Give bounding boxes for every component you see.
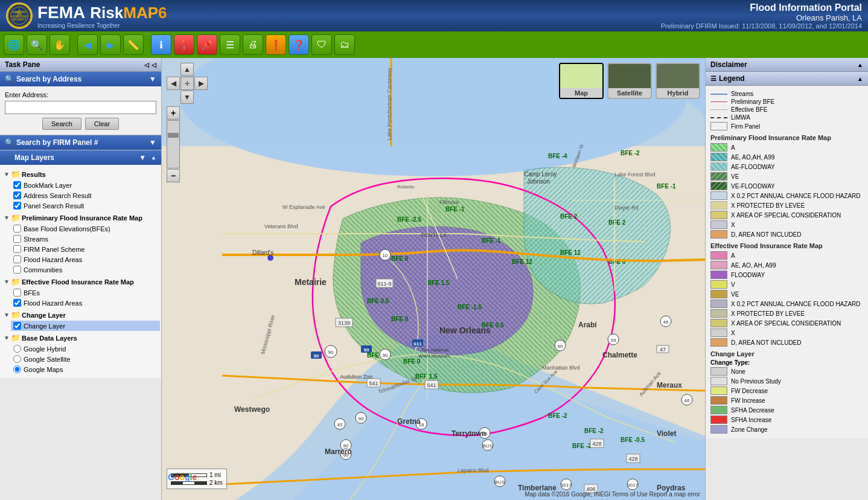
results-expand: ▼	[4, 171, 10, 178]
svg-text:90: 90	[359, 416, 364, 421]
legend-collapse[interactable]: ▲	[857, 75, 863, 82]
map-layers-scroll-up[interactable]: ▲	[151, 155, 156, 161]
search-address-header[interactable]: 🔍 Search by Address ▼	[0, 72, 161, 86]
cl-fwi-label: FW Increase	[731, 397, 765, 404]
pan-button[interactable]: ✋	[49, 34, 70, 55]
prelim-x02-label: X 0.2 PCT ANNUAL CHANCE FLOOD HAZARD	[731, 193, 861, 199]
map-layers-header[interactable]: 🗂 Map Layers ▼ ▲	[0, 150, 161, 165]
nav-empty-tl	[167, 63, 180, 76]
cl-nps-item: No Previous Study	[710, 377, 863, 385]
globe-button[interactable]: 🌐	[4, 34, 24, 55]
legend-label: Legend	[719, 74, 745, 83]
back-button[interactable]: ◀	[77, 34, 98, 55]
change-layer-item[interactable]: Change Layer	[11, 321, 160, 331]
svg-text:428: 428	[592, 441, 601, 447]
change-layer-checkbox[interactable]	[13, 322, 21, 330]
alert-button[interactable]: ❗	[266, 34, 286, 55]
eff-firm-group-header[interactable]: ▼ 📁 Effective Flood Insurance Rate Map	[1, 276, 160, 287]
eff-d-swatch	[710, 338, 727, 347]
firm-panel-label: Firm Panel	[731, 123, 760, 130]
nav-right[interactable]: ▶	[194, 77, 208, 90]
bookmark-layer-item[interactable]: BookMark Layer	[11, 180, 160, 190]
change-layer-group-header[interactable]: ▼ 📁 Change Layer	[1, 309, 160, 321]
map-view-hybrid[interactable]: Hybrid	[656, 63, 700, 99]
svg-text:Manhattan Blvd: Manhattan Blvd	[542, 365, 580, 371]
google-hybrid-radio[interactable]	[13, 345, 21, 353]
forward-button[interactable]: ▶	[100, 34, 121, 55]
search-firm-header[interactable]: 🔍 Search by FIRM Panel # ▼	[0, 135, 161, 150]
svg-text:BFE -0.5: BFE -0.5	[621, 437, 645, 443]
communities-checkbox[interactable]	[13, 266, 21, 274]
pin-button[interactable]: 📍	[174, 34, 194, 55]
streams-item[interactable]: Streams	[11, 234, 160, 244]
map-view-satellite[interactable]: Satellite	[607, 63, 652, 99]
address-search-item[interactable]: Address Search Result	[11, 190, 160, 200]
eff-flood-hazard-checkbox[interactable]	[13, 299, 21, 307]
svg-text:10: 10	[383, 253, 388, 258]
cl-none-label: None	[731, 368, 745, 375]
print-button[interactable]: 🖨	[243, 34, 263, 55]
shield-button[interactable]: 🛡	[311, 34, 332, 55]
portal-date: Preliminary DFIRM Issued: 11/13/2008, 11…	[661, 22, 862, 30]
nav-left[interactable]: ◀	[167, 77, 180, 90]
streams-checkbox[interactable]	[13, 235, 21, 243]
flood-hazard-item[interactable]: Flood Hazard Areas	[11, 254, 160, 264]
google-maps-item[interactable]: Google Maps	[11, 364, 160, 374]
bfe-checkbox[interactable]	[13, 225, 21, 232]
eff-x02-item: X 0.2 PCT ANNUAL CHANCE FLOOD HAZARD	[710, 300, 863, 308]
google-maps-radio[interactable]	[13, 365, 21, 373]
prelim-xa-swatch	[710, 211, 727, 219]
address-search-checkbox[interactable]	[13, 191, 21, 199]
task-pane-collapse[interactable]: ◁ ◁	[144, 62, 156, 68]
layers-button[interactable]: 🗂	[334, 34, 355, 55]
bfe-item[interactable]: Base Flood Elevations(BFEs)	[11, 223, 160, 234]
results-group-header[interactable]: ▼ 📁 Results	[1, 168, 160, 180]
panel-search-item[interactable]: Panel Search Result	[11, 200, 160, 211]
nav-down[interactable]: ▼	[180, 91, 194, 104]
base-data-group-header[interactable]: ▼ 📁 Base Data Layers	[1, 332, 160, 344]
eff-bfe-checkbox[interactable]	[13, 289, 21, 296]
google-hybrid-item[interactable]: Google Hybrid	[11, 344, 160, 354]
disclaimer-collapse[interactable]: ▲	[857, 62, 863, 68]
search-button[interactable]: Search	[42, 118, 81, 130]
search-address-body: Enter Address: Search Clear	[0, 86, 161, 135]
panel-search-checkbox[interactable]	[13, 202, 21, 210]
nav-center[interactable]: ✛	[180, 77, 194, 90]
bookmark-layer-checkbox[interactable]	[13, 181, 21, 189]
map-container[interactable]: BFE -4 BFE -2 BFE -1 BFE -2.5 BFE -1 BFE…	[162, 58, 705, 500]
zoom-thumb[interactable]	[168, 133, 179, 138]
address-search-label: Address Search Result	[24, 192, 92, 199]
task-pane-label: Task Pane	[5, 60, 40, 69]
list-button[interactable]: ☰	[220, 34, 240, 55]
zoom-out[interactable]: −	[167, 169, 180, 182]
google-satellite-item[interactable]: Google Satellite	[11, 354, 160, 364]
nav-up[interactable]: ▲	[180, 63, 194, 76]
base-data-label: Base Data Layers	[22, 335, 77, 342]
marker-button[interactable]: 📌	[197, 34, 217, 55]
left-panel: Task Pane ◁ ◁ 🔍 Search by Address ▼ Ente…	[0, 58, 162, 500]
google-satellite-radio[interactable]	[13, 355, 21, 363]
firm-panel-item[interactable]: FIRM Panel Scheme	[11, 244, 160, 254]
measure-button[interactable]: 📏	[123, 34, 144, 55]
zoom-in-button[interactable]: 🔍	[27, 34, 47, 55]
firm-panel-checkbox[interactable]	[13, 245, 21, 253]
svg-text:BUS: BUS	[495, 479, 505, 485]
base-data-expand: ▼	[4, 335, 10, 341]
info-button[interactable]: ℹ	[151, 34, 171, 55]
help-button[interactable]: ❓	[289, 34, 309, 55]
prelim-firm-group-header[interactable]: ▼ 📁 Preliminary Flood Insurance Rate Map	[1, 212, 160, 223]
search-address-arrow: ▼	[149, 75, 156, 83]
map-view-map[interactable]: Map	[559, 63, 604, 99]
flood-hazard-checkbox[interactable]	[13, 255, 21, 263]
zoom-in[interactable]: +	[167, 106, 180, 120]
risk-word: Risk	[90, 4, 123, 22]
address-input[interactable]	[5, 101, 156, 114]
fema-seal: DEPT OF HOMELAND SECURITY	[6, 2, 33, 29]
communities-item[interactable]: Communities	[11, 264, 160, 275]
search-firm-arrow: ▼	[149, 138, 156, 147]
eff-bfe-item[interactable]: BFEs	[11, 287, 160, 298]
eff-flood-hazard-item[interactable]: Flood Hazard Areas	[11, 298, 160, 308]
map-layers-arrow: ▼	[139, 153, 146, 162]
zoom-track[interactable]	[167, 120, 180, 168]
clear-button[interactable]: Clear	[85, 118, 119, 130]
